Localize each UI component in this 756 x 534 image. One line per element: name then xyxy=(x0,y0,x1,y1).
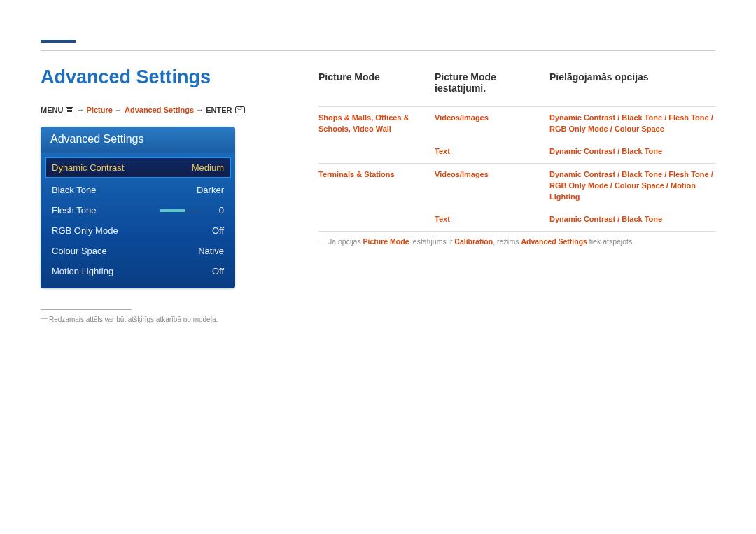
osd-value: 0 xyxy=(219,205,224,216)
left-column: Advanced Settings MENU → Picture → Advan… xyxy=(41,66,286,323)
note-picture-mode: Picture Mode xyxy=(363,237,410,246)
osd-value: Off xyxy=(212,225,224,236)
osd-label: RGB Only Mode xyxy=(52,225,118,236)
osd-label: Motion Lighting xyxy=(52,266,113,276)
footnote: Redzamais attēls var būt atšķirīgs atkar… xyxy=(41,316,286,323)
page-title: Advanced Settings xyxy=(41,66,286,88)
osd-title: Advanced Settings xyxy=(41,127,235,153)
note-text: Ja opcijas xyxy=(328,237,363,246)
table-cell-setting: Videos/Images xyxy=(435,113,550,135)
footnote-rule xyxy=(41,309,132,310)
note-text: iestatījums ir xyxy=(410,237,455,246)
table-cell-mode xyxy=(318,146,435,157)
osd-value: Native xyxy=(198,246,224,256)
breadcrumb-menu: MENU xyxy=(41,106,63,114)
osd-label: Colour Space xyxy=(52,246,107,256)
table-row: Terminals & Stations Videos/Images Dynam… xyxy=(318,163,715,209)
table-cell-opts: Dynamic Contrast / Black Tone xyxy=(550,214,715,225)
note-calibration: Calibration xyxy=(454,237,493,246)
table-header-settings: Picture Mode iestatījumi. xyxy=(435,71,550,94)
osd-label: Flesh Tone xyxy=(52,205,96,216)
breadcrumb-arrow: → xyxy=(196,106,204,114)
breadcrumb-picture: Picture xyxy=(87,106,113,114)
table-cell-mode xyxy=(318,214,435,225)
table-header-options: Pielāgojamās opcijas xyxy=(550,71,715,94)
osd-row-motion-lighting[interactable]: Motion Lighting Off xyxy=(45,261,231,281)
header-accent-bar xyxy=(41,40,76,43)
slider-fill xyxy=(160,209,185,212)
table-row: Text Dynamic Contrast / Black Tone xyxy=(318,141,715,163)
osd-value: Off xyxy=(212,266,224,276)
menu-icon xyxy=(66,107,74,113)
table-cell-setting: Videos/Images xyxy=(435,169,550,203)
osd-label: Dynamic Contrast xyxy=(52,162,124,173)
right-column: Picture Mode Picture Mode iestatījumi. P… xyxy=(318,71,715,246)
note-text: tiek atspējots. xyxy=(587,237,634,246)
osd-value: Medium xyxy=(192,162,224,173)
table-cell-mode: Terminals & Stations xyxy=(318,169,435,203)
table-header: Picture Mode Picture Mode iestatījumi. P… xyxy=(318,71,715,94)
table-cell-setting: Text xyxy=(435,146,550,157)
osd-label: Black Tone xyxy=(52,185,96,195)
osd-row-dynamic-contrast[interactable]: Dynamic Contrast Medium xyxy=(45,157,231,178)
note-advanced-settings: Advanced Settings xyxy=(521,237,587,246)
table-cell-opts: Dynamic Contrast / Black Tone / Flesh To… xyxy=(550,113,715,135)
osd-row-rgb-only[interactable]: RGB Only Mode Off xyxy=(45,220,231,241)
bottom-note: Ja opcijas Picture Mode iestatījums ir C… xyxy=(318,231,715,246)
osd-value: Darker xyxy=(197,185,224,195)
table-cell-mode: Shops & Malls, Offices & Schools, Video … xyxy=(318,113,435,135)
table-header-picture-mode: Picture Mode xyxy=(318,71,435,94)
breadcrumb: MENU → Picture → Advanced Settings → ENT… xyxy=(41,106,286,114)
osd-row-flesh-tone[interactable]: Flesh Tone 0 xyxy=(45,200,231,220)
osd-row-black-tone[interactable]: Black Tone Darker xyxy=(45,180,231,200)
breadcrumb-arrow: → xyxy=(77,106,85,114)
header-rule xyxy=(41,50,715,51)
osd-row-colour-space[interactable]: Colour Space Native xyxy=(45,241,231,261)
osd-panel: Advanced Settings Dynamic Contrast Mediu… xyxy=(41,127,235,288)
enter-icon xyxy=(235,106,245,113)
table-row: Shops & Malls, Offices & Schools, Video … xyxy=(318,106,715,141)
breadcrumb-arrow: → xyxy=(115,106,122,114)
table-cell-opts: Dynamic Contrast / Black Tone / Flesh To… xyxy=(550,169,715,203)
breadcrumb-advanced: Advanced Settings xyxy=(125,106,194,114)
table-row: Text Dynamic Contrast / Black Tone xyxy=(318,209,715,231)
osd-slider-wrapper: 0 xyxy=(160,205,224,216)
table-cell-setting: Text xyxy=(435,214,550,225)
table-cell-opts: Dynamic Contrast / Black Tone xyxy=(550,146,715,157)
breadcrumb-enter: ENTER xyxy=(206,106,232,114)
slider-track[interactable] xyxy=(160,209,202,212)
note-text: , režīms xyxy=(493,237,521,246)
osd-body: Dynamic Contrast Medium Black Tone Darke… xyxy=(41,153,235,288)
